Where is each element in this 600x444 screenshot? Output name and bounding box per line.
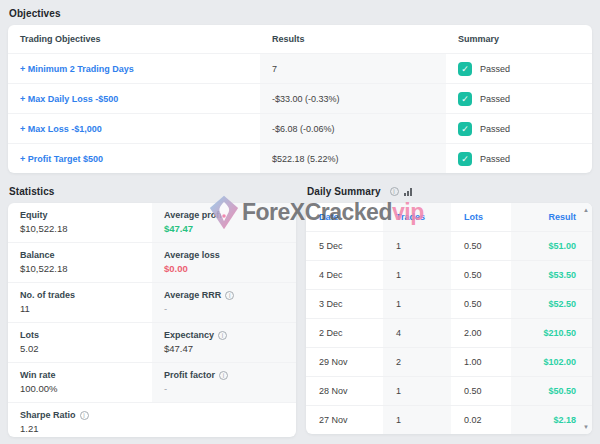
objective-summary: ✓ Passed bbox=[446, 53, 592, 83]
stat-value: $10,522.18 bbox=[20, 223, 140, 234]
daily-col-result: Result bbox=[511, 203, 592, 231]
objective-row-max-daily-loss: + Max Daily Loss -$500 bbox=[8, 83, 260, 113]
objectives-table: Trading Objectives Results Summary + Min… bbox=[8, 25, 592, 173]
daily-date: 2 Dec bbox=[306, 318, 383, 347]
stat-label: Expectancy i bbox=[164, 330, 284, 340]
stat-label: Profit factor i bbox=[164, 370, 284, 380]
stat-row-lots-expectancy: Lots 5.02 Expectancy i $47.47 bbox=[8, 323, 296, 363]
objective-row-max-loss: + Max Loss -$1,000 bbox=[8, 113, 260, 143]
daily-result: $53.50 bbox=[511, 260, 592, 289]
daily-date: 28 Nov bbox=[306, 376, 383, 405]
stat-value: 1.21 bbox=[20, 423, 284, 434]
objective-link[interactable]: + Minimum 2 Trading Days bbox=[20, 64, 134, 74]
daily-trades: 1 bbox=[383, 289, 451, 318]
objectives-col-results: Results bbox=[260, 25, 446, 53]
objective-link[interactable]: + Profit Target $500 bbox=[20, 154, 103, 164]
daily-trades: 2 bbox=[383, 347, 451, 376]
check-icon: ✓ bbox=[458, 92, 472, 106]
page: Objectives Trading Objectives Results Su… bbox=[0, 0, 600, 437]
statistics-card: Equity $10,522.18 Average profit $47.47 … bbox=[8, 203, 296, 437]
stat-row-sharpe: Sharpe Ratio i 1.21 bbox=[8, 403, 296, 437]
daily-summary-table: Date Trades Lots Result 5 Dec 1 0.50 $51… bbox=[306, 203, 592, 434]
status-badge: Passed bbox=[480, 64, 510, 74]
daily-result: $51.00 bbox=[511, 231, 592, 260]
stat-label: Sharpe Ratio i bbox=[20, 410, 284, 420]
daily-lots: 0.50 bbox=[451, 231, 511, 260]
daily-date: 27 Nov bbox=[306, 405, 383, 434]
objective-row-min-trading-days: + Minimum 2 Trading Days bbox=[8, 53, 260, 83]
stat-label: Equity bbox=[20, 210, 140, 220]
objective-summary: ✓ Passed bbox=[446, 113, 592, 143]
daily-summary-title: Daily Summary bbox=[307, 186, 381, 197]
stat-average-loss: Average loss $0.00 bbox=[152, 243, 296, 282]
objective-result: 7 bbox=[260, 53, 446, 83]
status-badge: Passed bbox=[480, 94, 510, 104]
daily-summary-card: Date Trades Lots Result 5 Dec 1 0.50 $51… bbox=[306, 203, 592, 434]
objective-link[interactable]: + Max Daily Loss -$500 bbox=[20, 94, 118, 104]
stat-label: Lots bbox=[20, 330, 140, 340]
info-icon[interactable]: i bbox=[219, 371, 228, 380]
stat-expectancy: Expectancy i $47.47 bbox=[152, 323, 296, 362]
stat-win-rate: Win rate 100.00% bbox=[8, 363, 152, 402]
stat-label: Average loss bbox=[164, 250, 284, 260]
daily-result: $210.50 bbox=[511, 318, 592, 347]
info-icon[interactable]: i bbox=[218, 331, 227, 340]
stat-row-winrate-profitfactor: Win rate 100.00% Profit factor i - bbox=[8, 363, 296, 403]
stat-label: Balance bbox=[20, 250, 140, 260]
daily-date: 29 Nov bbox=[306, 347, 383, 376]
stat-value: $47.47 bbox=[164, 343, 284, 354]
check-icon: ✓ bbox=[458, 62, 472, 76]
info-icon[interactable]: i bbox=[80, 411, 89, 420]
objective-link[interactable]: + Max Loss -$1,000 bbox=[20, 124, 102, 134]
stat-value: - bbox=[164, 303, 284, 314]
daily-result: $52.50 bbox=[511, 289, 592, 318]
daily-lots: 1.00 bbox=[451, 347, 511, 376]
daily-result: $102.00 bbox=[511, 347, 592, 376]
daily-trades: 1 bbox=[383, 260, 451, 289]
daily-col-trades: Trades bbox=[383, 203, 451, 231]
stat-value: $0.00 bbox=[164, 263, 284, 274]
objective-result: -$6.08 (-0.06%) bbox=[260, 113, 446, 143]
scroll-down-icon[interactable]: ▼ bbox=[583, 424, 589, 430]
stat-value: $10,522.18 bbox=[20, 263, 140, 274]
daily-trades: 1 bbox=[383, 376, 451, 405]
daily-col-lots: Lots bbox=[451, 203, 511, 231]
check-icon: ✓ bbox=[458, 122, 472, 136]
daily-result: $2.18 bbox=[511, 405, 592, 434]
scroll-up-icon[interactable]: ▲ bbox=[583, 207, 589, 213]
stat-value: - bbox=[164, 383, 284, 394]
chart-icon[interactable] bbox=[404, 188, 412, 196]
objective-row-profit-target: + Profit Target $500 bbox=[8, 143, 260, 173]
stat-balance: Balance $10,522.18 bbox=[8, 243, 152, 282]
stat-value: 100.00% bbox=[20, 383, 140, 394]
stat-equity: Equity $10,522.18 bbox=[8, 203, 152, 242]
objectives-col-trading-objectives: Trading Objectives bbox=[8, 25, 260, 53]
info-icon[interactable]: i bbox=[225, 291, 234, 300]
stat-average-profit: Average profit $47.47 bbox=[152, 203, 296, 242]
stat-sharpe-ratio: Sharpe Ratio i 1.21 bbox=[8, 403, 296, 437]
daily-trades: 1 bbox=[383, 231, 451, 260]
objectives-title: Objectives bbox=[9, 8, 592, 19]
daily-trades: 1 bbox=[383, 405, 451, 434]
stat-row-equity-avgprofit: Equity $10,522.18 Average profit $47.47 bbox=[8, 203, 296, 243]
objective-result: $522.18 (5.22%) bbox=[260, 143, 446, 173]
stat-value: 5.02 bbox=[20, 343, 140, 354]
objectives-col-summary: Summary bbox=[446, 25, 592, 53]
objectives-card: Trading Objectives Results Summary + Min… bbox=[8, 25, 592, 173]
daily-col-date: Date bbox=[306, 203, 383, 231]
objective-summary: ✓ Passed bbox=[446, 143, 592, 173]
daily-lots: 0.50 bbox=[451, 289, 511, 318]
stat-label: Win rate bbox=[20, 370, 140, 380]
info-icon[interactable]: i bbox=[390, 187, 399, 196]
stat-label: Average RRR i bbox=[164, 290, 284, 300]
stat-value: $47.47 bbox=[164, 223, 284, 234]
stat-average-rrr: Average RRR i - bbox=[152, 283, 296, 322]
statistics-title: Statistics bbox=[9, 186, 296, 197]
stat-lots: Lots 5.02 bbox=[8, 323, 152, 362]
stat-label: Average profit bbox=[164, 210, 284, 220]
status-badge: Passed bbox=[480, 154, 510, 164]
stat-label: No. of trades bbox=[20, 290, 140, 300]
stat-profit-factor: Profit factor i - bbox=[152, 363, 296, 402]
stat-value: 11 bbox=[20, 303, 140, 314]
daily-date: 5 Dec bbox=[306, 231, 383, 260]
